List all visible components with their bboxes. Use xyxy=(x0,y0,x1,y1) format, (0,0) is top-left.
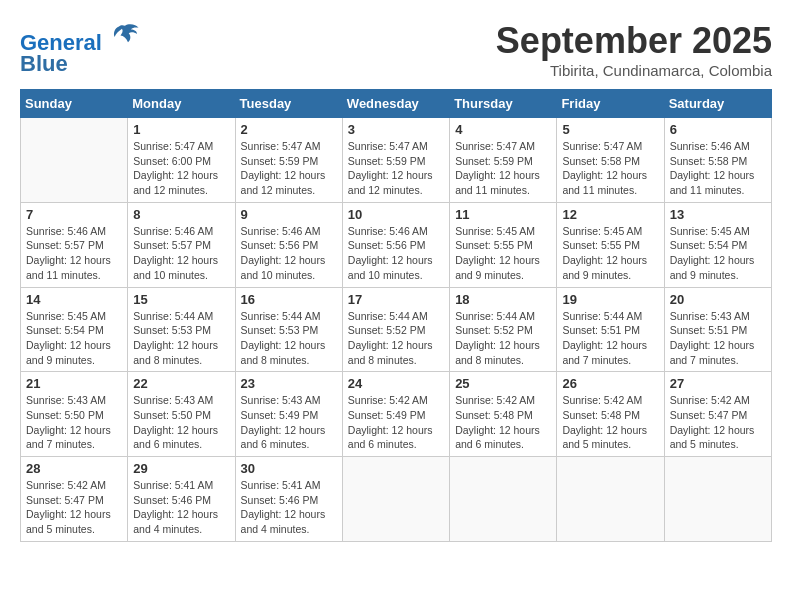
calendar-week-5: 28Sunrise: 5:42 AM Sunset: 5:47 PM Dayli… xyxy=(21,457,772,542)
day-number: 28 xyxy=(26,461,122,476)
day-number: 17 xyxy=(348,292,444,307)
calendar-cell xyxy=(21,118,128,203)
day-number: 24 xyxy=(348,376,444,391)
calendar-cell: 7Sunrise: 5:46 AM Sunset: 5:57 PM Daylig… xyxy=(21,202,128,287)
day-number: 18 xyxy=(455,292,551,307)
day-number: 26 xyxy=(562,376,658,391)
day-number: 14 xyxy=(26,292,122,307)
weekday-header-row: SundayMondayTuesdayWednesdayThursdayFrid… xyxy=(21,90,772,118)
day-info: Sunrise: 5:42 AM Sunset: 5:47 PM Dayligh… xyxy=(26,478,122,537)
day-number: 27 xyxy=(670,376,766,391)
calendar-cell: 22Sunrise: 5:43 AM Sunset: 5:50 PM Dayli… xyxy=(128,372,235,457)
day-info: Sunrise: 5:42 AM Sunset: 5:48 PM Dayligh… xyxy=(562,393,658,452)
title-block: September 2025 Tibirita, Cundinamarca, C… xyxy=(496,20,772,79)
calendar-cell xyxy=(342,457,449,542)
day-number: 15 xyxy=(133,292,229,307)
day-number: 13 xyxy=(670,207,766,222)
day-info: Sunrise: 5:43 AM Sunset: 5:49 PM Dayligh… xyxy=(241,393,337,452)
calendar-cell: 29Sunrise: 5:41 AM Sunset: 5:46 PM Dayli… xyxy=(128,457,235,542)
calendar-cell: 4Sunrise: 5:47 AM Sunset: 5:59 PM Daylig… xyxy=(450,118,557,203)
logo-bird-icon xyxy=(110,20,140,50)
day-number: 25 xyxy=(455,376,551,391)
page-header: General Blue September 2025 Tibirita, Cu… xyxy=(20,20,772,79)
day-info: Sunrise: 5:45 AM Sunset: 5:55 PM Dayligh… xyxy=(455,224,551,283)
weekday-header-sunday: Sunday xyxy=(21,90,128,118)
logo: General Blue xyxy=(20,20,140,77)
day-info: Sunrise: 5:44 AM Sunset: 5:53 PM Dayligh… xyxy=(241,309,337,368)
day-info: Sunrise: 5:47 AM Sunset: 5:59 PM Dayligh… xyxy=(455,139,551,198)
day-info: Sunrise: 5:42 AM Sunset: 5:48 PM Dayligh… xyxy=(455,393,551,452)
calendar-cell xyxy=(557,457,664,542)
day-info: Sunrise: 5:46 AM Sunset: 5:57 PM Dayligh… xyxy=(133,224,229,283)
day-number: 22 xyxy=(133,376,229,391)
day-info: Sunrise: 5:47 AM Sunset: 6:00 PM Dayligh… xyxy=(133,139,229,198)
calendar-cell xyxy=(450,457,557,542)
day-info: Sunrise: 5:42 AM Sunset: 5:49 PM Dayligh… xyxy=(348,393,444,452)
calendar-cell: 17Sunrise: 5:44 AM Sunset: 5:52 PM Dayli… xyxy=(342,287,449,372)
calendar-cell: 26Sunrise: 5:42 AM Sunset: 5:48 PM Dayli… xyxy=(557,372,664,457)
day-number: 8 xyxy=(133,207,229,222)
calendar-cell: 9Sunrise: 5:46 AM Sunset: 5:56 PM Daylig… xyxy=(235,202,342,287)
calendar-cell: 3Sunrise: 5:47 AM Sunset: 5:59 PM Daylig… xyxy=(342,118,449,203)
calendar-table: SundayMondayTuesdayWednesdayThursdayFrid… xyxy=(20,89,772,542)
day-info: Sunrise: 5:44 AM Sunset: 5:51 PM Dayligh… xyxy=(562,309,658,368)
logo-text: General xyxy=(20,20,140,55)
calendar-cell: 8Sunrise: 5:46 AM Sunset: 5:57 PM Daylig… xyxy=(128,202,235,287)
day-number: 5 xyxy=(562,122,658,137)
day-info: Sunrise: 5:47 AM Sunset: 5:59 PM Dayligh… xyxy=(348,139,444,198)
calendar-cell: 2Sunrise: 5:47 AM Sunset: 5:59 PM Daylig… xyxy=(235,118,342,203)
day-number: 6 xyxy=(670,122,766,137)
day-number: 29 xyxy=(133,461,229,476)
calendar-cell: 12Sunrise: 5:45 AM Sunset: 5:55 PM Dayli… xyxy=(557,202,664,287)
weekday-header-saturday: Saturday xyxy=(664,90,771,118)
day-number: 21 xyxy=(26,376,122,391)
calendar-cell: 16Sunrise: 5:44 AM Sunset: 5:53 PM Dayli… xyxy=(235,287,342,372)
calendar-cell: 5Sunrise: 5:47 AM Sunset: 5:58 PM Daylig… xyxy=(557,118,664,203)
calendar-cell: 21Sunrise: 5:43 AM Sunset: 5:50 PM Dayli… xyxy=(21,372,128,457)
day-info: Sunrise: 5:44 AM Sunset: 5:52 PM Dayligh… xyxy=(348,309,444,368)
day-info: Sunrise: 5:44 AM Sunset: 5:52 PM Dayligh… xyxy=(455,309,551,368)
day-info: Sunrise: 5:43 AM Sunset: 5:50 PM Dayligh… xyxy=(133,393,229,452)
calendar-cell: 11Sunrise: 5:45 AM Sunset: 5:55 PM Dayli… xyxy=(450,202,557,287)
day-number: 19 xyxy=(562,292,658,307)
calendar-week-1: 1Sunrise: 5:47 AM Sunset: 6:00 PM Daylig… xyxy=(21,118,772,203)
calendar-cell: 20Sunrise: 5:43 AM Sunset: 5:51 PM Dayli… xyxy=(664,287,771,372)
calendar-cell: 18Sunrise: 5:44 AM Sunset: 5:52 PM Dayli… xyxy=(450,287,557,372)
weekday-header-tuesday: Tuesday xyxy=(235,90,342,118)
calendar-cell xyxy=(664,457,771,542)
day-info: Sunrise: 5:44 AM Sunset: 5:53 PM Dayligh… xyxy=(133,309,229,368)
day-info: Sunrise: 5:43 AM Sunset: 5:50 PM Dayligh… xyxy=(26,393,122,452)
calendar-cell: 13Sunrise: 5:45 AM Sunset: 5:54 PM Dayli… xyxy=(664,202,771,287)
day-info: Sunrise: 5:47 AM Sunset: 5:58 PM Dayligh… xyxy=(562,139,658,198)
day-info: Sunrise: 5:41 AM Sunset: 5:46 PM Dayligh… xyxy=(133,478,229,537)
day-info: Sunrise: 5:42 AM Sunset: 5:47 PM Dayligh… xyxy=(670,393,766,452)
day-number: 3 xyxy=(348,122,444,137)
day-number: 30 xyxy=(241,461,337,476)
day-number: 1 xyxy=(133,122,229,137)
day-number: 10 xyxy=(348,207,444,222)
day-info: Sunrise: 5:45 AM Sunset: 5:55 PM Dayligh… xyxy=(562,224,658,283)
day-number: 2 xyxy=(241,122,337,137)
calendar-cell: 27Sunrise: 5:42 AM Sunset: 5:47 PM Dayli… xyxy=(664,372,771,457)
calendar-cell: 28Sunrise: 5:42 AM Sunset: 5:47 PM Dayli… xyxy=(21,457,128,542)
day-info: Sunrise: 5:46 AM Sunset: 5:58 PM Dayligh… xyxy=(670,139,766,198)
day-number: 7 xyxy=(26,207,122,222)
day-info: Sunrise: 5:47 AM Sunset: 5:59 PM Dayligh… xyxy=(241,139,337,198)
calendar-cell: 30Sunrise: 5:41 AM Sunset: 5:46 PM Dayli… xyxy=(235,457,342,542)
calendar-cell: 23Sunrise: 5:43 AM Sunset: 5:49 PM Dayli… xyxy=(235,372,342,457)
calendar-week-3: 14Sunrise: 5:45 AM Sunset: 5:54 PM Dayli… xyxy=(21,287,772,372)
weekday-header-thursday: Thursday xyxy=(450,90,557,118)
location-subtitle: Tibirita, Cundinamarca, Colombia xyxy=(496,62,772,79)
day-info: Sunrise: 5:46 AM Sunset: 5:57 PM Dayligh… xyxy=(26,224,122,283)
calendar-cell: 6Sunrise: 5:46 AM Sunset: 5:58 PM Daylig… xyxy=(664,118,771,203)
day-info: Sunrise: 5:46 AM Sunset: 5:56 PM Dayligh… xyxy=(348,224,444,283)
day-number: 20 xyxy=(670,292,766,307)
calendar-cell: 10Sunrise: 5:46 AM Sunset: 5:56 PM Dayli… xyxy=(342,202,449,287)
day-info: Sunrise: 5:46 AM Sunset: 5:56 PM Dayligh… xyxy=(241,224,337,283)
calendar-cell: 25Sunrise: 5:42 AM Sunset: 5:48 PM Dayli… xyxy=(450,372,557,457)
day-number: 4 xyxy=(455,122,551,137)
weekday-header-wednesday: Wednesday xyxy=(342,90,449,118)
month-title: September 2025 xyxy=(496,20,772,62)
day-number: 23 xyxy=(241,376,337,391)
day-number: 12 xyxy=(562,207,658,222)
